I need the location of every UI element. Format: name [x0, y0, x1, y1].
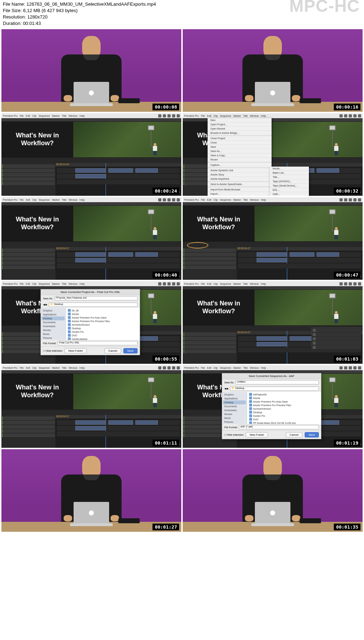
cancel-button[interactable]: Cancel [105, 348, 121, 353]
menu-item[interactable]: Marker [233, 115, 241, 117]
menu-item[interactable]: Title [62, 367, 66, 369]
menu-item[interactable]: Clip [214, 367, 218, 369]
dropdown-item[interactable]: Adobe Anywhere [208, 177, 272, 181]
hide-extension-checkbox[interactable]: ☐ Hide extension [224, 434, 243, 436]
bin-item[interactable] [183, 248, 236, 252]
effects-panel[interactable] [311, 327, 361, 349]
dropdown-item[interactable]: Open Recent [208, 127, 272, 131]
sidebar-location[interactable]: Pictures [42, 336, 65, 340]
clip[interactable] [135, 252, 157, 257]
bin-item[interactable] [2, 182, 55, 185]
file-item[interactable]: DVD [66, 334, 139, 337]
file-item[interactable]: Desktop [66, 326, 139, 330]
bin-item[interactable] [2, 261, 55, 265]
submenu-item[interactable]: Tape (Serial Device)... [270, 184, 309, 188]
clip[interactable] [317, 252, 339, 257]
bin-item[interactable] [2, 416, 55, 420]
time-ruler[interactable]: 00:00:04:02 [55, 163, 181, 167]
clip[interactable] [108, 420, 133, 425]
menu-item[interactable]: File [201, 283, 205, 285]
program-monitor[interactable] [73, 374, 181, 409]
file-item[interactable]: 06_06 [66, 309, 139, 312]
transport-controls[interactable] [1, 241, 181, 247]
clip[interactable] [75, 252, 106, 257]
menu-item[interactable]: Title [62, 199, 66, 201]
source-monitor[interactable]: What's New in Workflow? [1, 374, 73, 409]
file-item[interactable]: Adobe Premiere Pro Auto-Save [66, 316, 139, 319]
menu-item[interactable]: Clip [32, 367, 37, 369]
dropdown-item[interactable]: Revert [208, 158, 272, 162]
dropdown-item[interactable]: Capture... [208, 163, 272, 167]
menu-item[interactable]: Help [80, 115, 85, 117]
program-monitor[interactable] [73, 122, 181, 157]
menu-item[interactable]: Marker [52, 199, 60, 201]
clip[interactable] [75, 174, 106, 178]
bin-item[interactable] [183, 345, 236, 349]
project-bin[interactable] [1, 247, 55, 280]
save-button[interactable]: Save [123, 348, 138, 353]
clip[interactable] [108, 252, 133, 257]
file-item[interactable]: Dunkin Pix [66, 330, 139, 334]
clip[interactable] [75, 258, 106, 262]
menu-item[interactable]: Window [250, 115, 259, 117]
project-bin[interactable] [1, 163, 55, 196]
clip[interactable] [108, 168, 133, 173]
bin-item[interactable] [2, 421, 55, 424]
menu-item[interactable]: Window [69, 199, 77, 201]
save-button[interactable]: Save [305, 432, 319, 437]
clip[interactable] [257, 336, 288, 341]
submenu-item[interactable]: Tape (DV/HDV)... [270, 179, 309, 184]
menu-item[interactable]: Marker [233, 283, 241, 285]
menu-item[interactable]: File [201, 115, 205, 117]
bin-item[interactable] [2, 173, 55, 177]
clip[interactable] [75, 426, 106, 430]
menu-item[interactable]: Marker [52, 115, 60, 117]
menu-item[interactable]: Edit [26, 115, 30, 117]
menu-item[interactable]: Window [69, 367, 77, 369]
menu-item[interactable]: Sequence [39, 115, 50, 117]
location-select[interactable]: 📁 Desktop [230, 387, 319, 391]
transport-controls[interactable] [183, 241, 363, 247]
menu-item[interactable]: File [20, 283, 23, 285]
thumbnail-presenter[interactable]: lynda 00:00:16 [183, 29, 363, 112]
project-bin[interactable] [1, 415, 55, 448]
file-item[interactable]: Dunkin Pix [248, 414, 320, 418]
dropdown-item[interactable]: Open Project... [208, 122, 272, 127]
sidebar-location[interactable]: Applications [223, 397, 246, 400]
thumbnail-presenter[interactable]: lynda 00:01:27 [1, 449, 181, 532]
menu-item[interactable]: Marker [52, 283, 60, 285]
menu-item[interactable]: Marker [52, 367, 60, 369]
menu-item[interactable]: Help [261, 367, 266, 369]
submenu-item[interactable]: Title... [270, 175, 309, 179]
bin-item[interactable] [183, 350, 236, 353]
dropdown-item[interactable]: Import... [208, 192, 272, 196]
thumbnail-editor[interactable]: Premiere ProFileEditClipSequenceMarkerTi… [1, 365, 181, 448]
transport-controls[interactable] [1, 157, 181, 163]
bin-item[interactable] [2, 266, 55, 269]
source-monitor[interactable]: What's New in Workflow? [1, 122, 73, 157]
new-folder-button[interactable]: New Folder [246, 432, 268, 437]
clip[interactable] [317, 168, 339, 173]
menu-item[interactable]: Window [250, 199, 259, 201]
menu-item[interactable]: File [20, 115, 23, 117]
bin-item[interactable] [183, 266, 236, 269]
menu-item[interactable]: Sequence [220, 283, 231, 285]
menu-item[interactable]: Window [69, 115, 77, 117]
source-monitor[interactable]: What's New in Workflow? [1, 206, 73, 241]
menu-item[interactable]: Help [80, 199, 85, 201]
menu-item[interactable]: Title [243, 199, 248, 201]
menu-item[interactable]: Title [62, 115, 66, 117]
menu-item[interactable]: Clip [214, 283, 218, 285]
thumbnail-presenter[interactable]: lynda 00:01:35 [183, 449, 363, 532]
file-item[interactable]: DVD [248, 418, 320, 421]
submenu-item[interactable]: Batch List... [270, 171, 309, 175]
clip[interactable] [257, 342, 288, 346]
program-monitor[interactable] [255, 206, 363, 241]
menu-item[interactable]: Edit [207, 115, 212, 117]
menu-item[interactable]: Clip [214, 115, 218, 117]
menu-item[interactable]: Help [261, 199, 266, 201]
bin-item[interactable] [183, 332, 236, 336]
bin-item[interactable] [183, 257, 236, 261]
bin-item[interactable] [2, 169, 55, 172]
menu-item[interactable]: Sequence [39, 199, 50, 201]
